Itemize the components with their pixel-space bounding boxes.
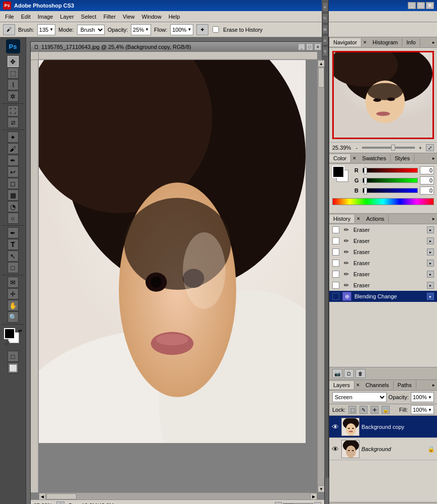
menu-select[interactable]: Select [78, 13, 100, 21]
scroll-right-btn[interactable]: ▶ [310, 493, 317, 499]
crop-tool[interactable]: ⛶ [8, 105, 19, 116]
strip-btn-4[interactable]: A [322, 35, 328, 45]
history-item-5[interactable]: ✏ Eraser ▸ [329, 269, 437, 280]
history-item-btn-3[interactable]: ▸ [427, 248, 434, 256]
zoom-tool[interactable]: 🔍 [8, 311, 19, 323]
strip-btn-5[interactable]: ¶ [322, 46, 328, 56]
g-slider-thumb[interactable] [364, 177, 367, 184]
color-spectrum[interactable] [332, 198, 434, 205]
history-checkbox-5[interactable] [332, 271, 339, 278]
scroll-left-btn[interactable]: ◀ [39, 493, 46, 499]
brush-tool[interactable]: 🖌 [8, 143, 19, 154]
history-checkbox-6[interactable] [332, 282, 339, 289]
notes-tool[interactable]: ✉ [8, 277, 19, 288]
layer-item-background[interactable]: 👁 Background 🔒 [329, 438, 437, 460]
tab-actions[interactable]: Actions [362, 215, 389, 223]
path-select-tool[interactable]: ↖ [8, 250, 19, 262]
menu-edit[interactable]: Edit [18, 13, 34, 21]
blur-tool[interactable]: ◔ [8, 201, 19, 212]
canvas-right-btn[interactable]: ▶ [314, 502, 321, 505]
switch-colors-btn[interactable]: ⇄ [18, 328, 22, 333]
tab-paths[interactable]: Paths [394, 381, 416, 389]
menu-image[interactable]: Image [35, 13, 56, 21]
screen-mode-btn[interactable]: ⬜ [8, 362, 19, 373]
scroll-up-btn[interactable]: ▲ [318, 60, 324, 67]
history-brush-tool[interactable]: ↩ [8, 166, 19, 177]
horizontal-scrollbar[interactable]: ◀ ▶ [39, 492, 317, 499]
blend-mode-select[interactable]: Screen [332, 392, 387, 402]
nav-zoom-in-btn[interactable]: + [417, 145, 424, 151]
tab-info[interactable]: Info [402, 38, 420, 46]
navigator-close-x[interactable]: ✕ [361, 40, 369, 45]
shape-tool[interactable]: □ [8, 262, 19, 273]
tab-color[interactable]: Color [329, 154, 351, 162]
nav-fullscreen-btn[interactable]: ⤢ [426, 144, 434, 151]
text-tool[interactable]: T [8, 239, 19, 250]
nav-zoom-slider[interactable] [362, 147, 415, 149]
marquee-tool[interactable]: ⬚ [8, 68, 19, 79]
b-value-input[interactable] [420, 186, 434, 195]
scroll-track-h[interactable] [46, 493, 310, 499]
nav-zoom-out-btn[interactable]: - [353, 145, 360, 151]
history-item-btn-5[interactable]: ▸ [427, 271, 434, 278]
tab-channels[interactable]: Channels [361, 381, 393, 389]
color-close-x[interactable]: ✕ [351, 156, 358, 161]
history-item-2[interactable]: ✏ Eraser ▸ [329, 235, 437, 246]
history-checkbox-1[interactable] [332, 226, 339, 233]
brush-preset-btn[interactable]: 🖌 [3, 24, 15, 35]
strip-btn-2[interactable]: ✎ [322, 13, 328, 23]
minimize-button[interactable]: _ [408, 2, 416, 9]
standard-mode-btn[interactable]: □ [8, 351, 19, 362]
history-item-4[interactable]: ✏ Eraser ▸ [329, 258, 437, 269]
eyedropper-tool[interactable]: ✛ [8, 288, 19, 299]
history-item-btn-6[interactable]: ▸ [427, 282, 434, 289]
history-item-btn-4[interactable]: ▸ [427, 260, 434, 267]
fill-input-area[interactable]: 100% ▼ [411, 405, 434, 414]
layers-close-x[interactable]: ✕ [354, 383, 361, 388]
hand-tool[interactable]: ✋ [8, 300, 19, 311]
gradient-tool[interactable]: ▦ [8, 190, 19, 201]
tab-styles[interactable]: Styles [391, 154, 414, 162]
history-item-3[interactable]: ✏ Eraser ▸ [329, 246, 437, 258]
doc-minimize-btn[interactable]: _ [298, 43, 305, 50]
scroll-down-btn[interactable]: ▼ [318, 485, 324, 492]
canvas-image[interactable] [39, 60, 306, 443]
strip-btn-1[interactable]: ≡ [322, 2, 328, 12]
history-checkbox-3[interactable] [332, 248, 339, 256]
r-slider-thumb[interactable] [364, 167, 367, 174]
history-checkbox-2[interactable] [332, 237, 339, 244]
canvas-left-btn[interactable]: ◀ [275, 502, 282, 505]
tab-navigator[interactable]: Navigator [329, 38, 361, 46]
opacity-input-area[interactable]: 100% ▼ [411, 392, 434, 402]
move-tool[interactable]: ✥ [8, 56, 19, 67]
tab-swatches[interactable]: Swatches [358, 154, 391, 162]
fill-arrow[interactable]: ▼ [428, 408, 432, 412]
tab-history[interactable]: History [329, 215, 355, 223]
lock-image-btn[interactable]: ✎ [359, 406, 368, 414]
nav-zoom-thumb[interactable] [391, 145, 395, 151]
flow-dropdown-arrow[interactable]: ▼ [187, 27, 191, 32]
layers-panel-menu[interactable]: ▸ [430, 383, 437, 388]
menu-layer[interactable]: Layer [57, 13, 77, 21]
r-value-input[interactable] [420, 166, 434, 174]
tab-histogram[interactable]: Histogram [369, 38, 402, 46]
brush-dropdown-arrow[interactable]: ▼ [49, 27, 53, 32]
opacity-control[interactable]: 25% ▼ [131, 24, 151, 35]
healing-tool[interactable]: ✦ [8, 132, 19, 143]
menu-file[interactable]: File [2, 13, 17, 21]
flow-control[interactable]: 100% ▼ [170, 24, 193, 35]
b-slider-track[interactable] [362, 188, 418, 193]
g-value-input[interactable] [420, 176, 434, 184]
history-item-7[interactable]: ⊕ Blending Change ▸ [329, 291, 437, 302]
lock-position-btn[interactable]: ✛ [371, 406, 379, 414]
history-item-btn-1[interactable]: ▸ [427, 226, 434, 233]
scroll-thumb-h[interactable] [46, 493, 77, 499]
menu-help[interactable]: Help [166, 13, 183, 21]
airbrush-btn[interactable]: ✦ [196, 24, 208, 35]
layer-item-background-copy[interactable]: 👁 Background copy [329, 416, 437, 438]
lock-transparent-btn[interactable]: ⬚ [348, 406, 356, 414]
color-panel-menu[interactable]: ▸ [430, 156, 437, 161]
dodge-tool[interactable]: ○ [8, 213, 19, 224]
layer-eye-icon-1[interactable]: 👁 [331, 423, 339, 431]
history-delete-btn[interactable]: 🗑 [355, 369, 366, 378]
